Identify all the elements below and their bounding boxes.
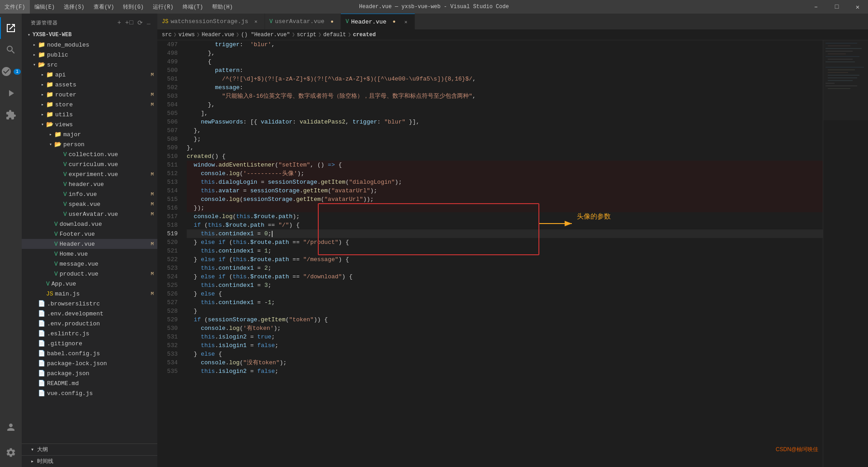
menu-file[interactable]: 文件(F) (0, 0, 30, 14)
activity-search-icon[interactable] (0, 39, 22, 61)
activity-account-icon[interactable] (0, 416, 22, 438)
js-file-icon: 📄 (38, 330, 45, 337)
breadcrumb-created[interactable]: created (353, 32, 376, 38)
tree-vue-config[interactable]: ▸ 📄 vue.config.js (22, 388, 157, 398)
code-line-530: console.log('有token'); (187, 324, 823, 333)
new-file-icon[interactable]: + (116, 18, 122, 28)
tree-label: header.vue (69, 181, 157, 188)
collapse-all-icon[interactable]: … (146, 18, 152, 28)
tree-app-vue[interactable]: ▸ V App.vue (22, 279, 157, 289)
close-button[interactable]: ✕ (847, 0, 868, 14)
tree-api[interactable]: ▸ 📁 api M (22, 70, 157, 80)
tree-label: App.vue (52, 281, 157, 287)
activity-git-icon[interactable]: 1 (0, 61, 22, 82)
tree-person[interactable]: ▾ 📂 person (22, 139, 157, 149)
tab-close-icon[interactable]: ✕ (252, 18, 260, 26)
menu-goto[interactable]: 转到(G) (118, 0, 148, 14)
tree-root[interactable]: ▾ YXSB-VUE-WEB (22, 30, 157, 40)
code-line-519: this.contindex1 = 0; (187, 229, 823, 238)
tab-close-icon[interactable]: ✕ (402, 18, 410, 26)
menu-bar[interactable]: 文件(F) 编辑(E) 选择(S) 查看(V) 转到(G) 运行(R) 终端(T… (0, 0, 237, 14)
tree-gitignore[interactable]: ▸ 📄 .gitignore (22, 338, 157, 348)
breadcrumb-header-vue[interactable]: Header.vue (202, 32, 234, 38)
tree-experiment-vue[interactable]: ▸ V experiment.vue M (22, 169, 157, 179)
minimize-button[interactable]: – (806, 0, 826, 14)
tree-useravatar-vue[interactable]: ▸ V userAvatar.vue M (22, 209, 157, 219)
tree-src[interactable]: ▾ 📂 src (22, 60, 157, 70)
line-num: 509 (160, 143, 178, 152)
breadcrumb-views[interactable]: views (179, 32, 195, 38)
folder-arrow-icon: ▸ (39, 72, 46, 77)
vue-file-icon: V (54, 241, 58, 248)
tree-store[interactable]: ▸ 📁 store M (22, 100, 157, 110)
activity-explorer-icon[interactable] (0, 17, 22, 39)
breadcrumb-default[interactable]: default (323, 32, 346, 38)
tree-browserslistrc[interactable]: ▸ 📄 .browserslistrc (22, 299, 157, 309)
breadcrumb-script2[interactable]: script (297, 32, 316, 38)
tree-footer-vue[interactable]: ▸ V Footer.vue (22, 229, 157, 239)
breadcrumb-sep: ❯ (236, 31, 239, 38)
sidebar-title: 资源管理器 (31, 19, 58, 26)
sidebar-section-timeline[interactable]: ▸ 时间线 (22, 455, 157, 467)
tree-node-modules[interactable]: ▸ 📁 node_modules (22, 40, 157, 50)
tree-download-vue[interactable]: ▸ V download.vue (22, 219, 157, 229)
tab-modified-dot[interactable]: ● (390, 18, 398, 26)
code-editor[interactable]: 497 498 499 500 501 502 503 504 505 506 … (157, 40, 868, 467)
activity-extensions-icon[interactable] (0, 104, 22, 126)
folder-open-icon: 📂 (46, 121, 53, 128)
tree-eslintrc[interactable]: ▸ 📄 .eslintrc.js (22, 329, 157, 338)
tree-babel-config[interactable]: ▸ 📄 babel.config.js (22, 348, 157, 358)
tree-header-vue[interactable]: ▸ V Header.vue M (22, 239, 157, 249)
line-num: 524 (160, 272, 178, 281)
tree-views[interactable]: ▾ 📂 views (22, 119, 157, 129)
tab-label: Header.vue (351, 19, 387, 25)
refresh-icon[interactable]: ⟳ (137, 18, 144, 28)
activity-settings-icon[interactable] (0, 442, 22, 463)
tree-assets[interactable]: ▸ 📁 assets (22, 80, 157, 90)
maximize-button[interactable]: □ (826, 0, 847, 14)
window-controls[interactable]: – □ ✕ (806, 0, 868, 14)
tree-utils[interactable]: ▸ 📁 utils (22, 110, 157, 119)
menu-help[interactable]: 帮助(H) (208, 0, 237, 14)
line-numbers: 497 498 499 500 501 502 503 504 505 506 … (157, 40, 182, 467)
sidebar-section-outline[interactable]: ▾ 大纲 (22, 443, 157, 455)
breadcrumb-src[interactable]: src (162, 32, 172, 38)
line-num: 527 (160, 298, 178, 307)
tab-watchsessionstorage[interactable]: JS watchsessionStorage.js ✕ (157, 14, 265, 29)
tree-readme[interactable]: ▸ 📄 README.md (22, 378, 157, 388)
tree-message-vue[interactable]: ▸ V message.vue (22, 259, 157, 269)
menu-select[interactable]: 选择(S) (59, 0, 89, 14)
tree-product-vue[interactable]: ▸ V product.vue M (22, 269, 157, 279)
code-content[interactable]: trigger: 'blur', }, { pattern: (182, 40, 823, 467)
activity-debug-icon[interactable] (0, 82, 22, 104)
menu-run[interactable]: 运行(R) (148, 0, 178, 14)
tree-header-person-vue[interactable]: ▸ V header.vue (22, 179, 157, 189)
tree-collection-vue[interactable]: ▸ V collection.vue (22, 149, 157, 159)
new-folder-icon[interactable]: +□ (124, 18, 135, 28)
tree-curriculum-vue[interactable]: ▸ V curriculum.vue (22, 159, 157, 169)
tree-env-prod[interactable]: ▸ 📄 .env.production (22, 319, 157, 329)
tree-package-json[interactable]: ▸ 📄 package.json (22, 368, 157, 378)
tree-info-vue[interactable]: ▸ V info.vue M (22, 189, 157, 199)
tree-package-lock[interactable]: ▸ 📄 package-lock.json (22, 358, 157, 368)
tree-env-dev[interactable]: ▸ 📄 .env.development (22, 309, 157, 319)
code-line-511: window.addEventListener("setItem", () =>… (187, 161, 823, 169)
line-num: 506 (160, 118, 178, 126)
menu-edit[interactable]: 编辑(E) (30, 0, 60, 14)
tree-home-vue[interactable]: ▸ V Home.vue (22, 249, 157, 259)
tree-speak-vue[interactable]: ▸ V speak.vue M (22, 199, 157, 209)
tree-main-js[interactable]: ▸ JS main.js M (22, 289, 157, 299)
breadcrumb-script[interactable]: () "Header.vue" (241, 32, 290, 38)
tree-major[interactable]: ▸ 📁 major (22, 129, 157, 139)
menu-view[interactable]: 查看(V) (89, 0, 119, 14)
tab-header[interactable]: V Header.vue ● ✕ (341, 14, 415, 29)
js-file-icon: 📄 (38, 350, 45, 357)
tree-label: Home.vue (60, 251, 157, 257)
code-line-520: } else if (this.$route.path == "/product… (187, 238, 823, 247)
tree-router[interactable]: ▸ 📁 router M (22, 90, 157, 100)
tree-public[interactable]: ▸ 📁 public (22, 50, 157, 60)
folder-icon: 📁 (46, 101, 53, 108)
tab-useravatar[interactable]: V userAvatar.vue ● (265, 14, 341, 29)
menu-terminal[interactable]: 终端(T) (178, 0, 208, 14)
tab-modified-dot[interactable]: ● (328, 18, 336, 26)
